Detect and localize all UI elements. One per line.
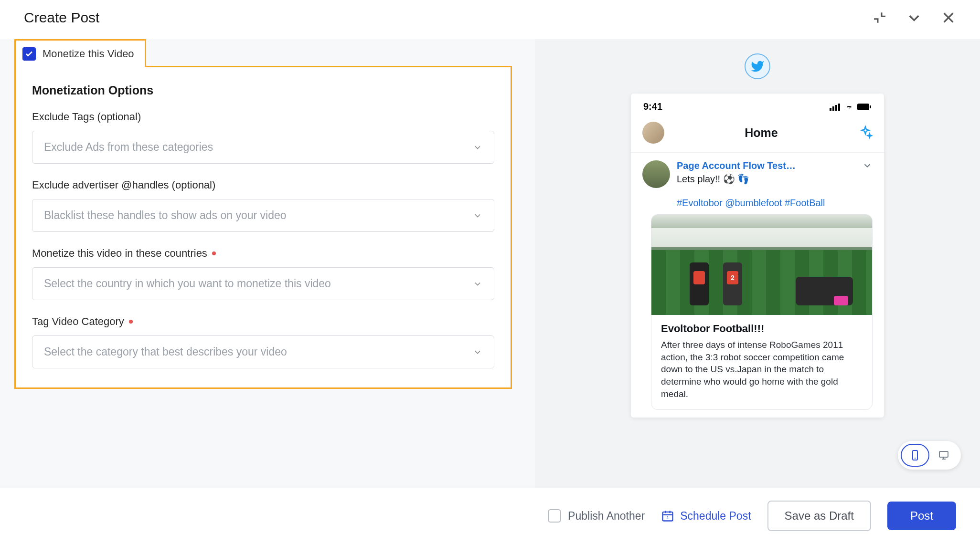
device-toggle: [898, 441, 961, 470]
feed-title: Home: [745, 126, 778, 140]
profile-avatar[interactable]: [642, 122, 664, 144]
svg-rect-5: [870, 105, 871, 108]
twitter-network-badge[interactable]: [745, 53, 770, 79]
select-placeholder: Blacklist these handles to show ads on y…: [44, 209, 287, 222]
desktop-view-toggle[interactable]: [929, 444, 958, 467]
card-title: Monetization Options: [32, 84, 494, 97]
publish-another-option: Publish Another: [548, 509, 645, 523]
svg-rect-2: [835, 105, 837, 111]
header-actions: [872, 10, 956, 25]
dialog-footer: Publish Another 1 Schedule Post Save as …: [0, 488, 980, 544]
mobile-view-toggle[interactable]: [901, 444, 929, 467]
tweet-hashtags: #Evoltobor @bumblefoot #FootBall: [677, 198, 873, 209]
field-label-text: Tag Video Category: [32, 315, 124, 328]
svg-rect-0: [830, 108, 831, 111]
required-indicator: [212, 251, 216, 255]
monetize-checkbox-label: Monetize this Video: [43, 48, 134, 60]
preview-panel: 9:41 Home Page Account Flow Test… Lets: [535, 39, 980, 488]
schedule-post-button[interactable]: 1 Schedule Post: [661, 509, 751, 523]
tweet-preview: Page Account Flow Test… Lets play!! ⚽ 👣 …: [631, 153, 884, 418]
monetize-checkbox-row: Monetize this Video: [14, 39, 146, 67]
select-placeholder: Select the category that best describes …: [44, 345, 287, 358]
exclude-tags-select[interactable]: Exclude Ads from these categories: [32, 131, 494, 164]
field-label: Tag Video Category: [32, 315, 494, 328]
svg-text:1: 1: [667, 515, 669, 520]
close-icon[interactable]: [941, 10, 956, 25]
svg-rect-1: [832, 106, 834, 111]
exclude-handles-field: Exclude advertiser @handles (optional) B…: [32, 179, 494, 232]
svg-rect-4: [857, 104, 869, 110]
status-icons: [830, 103, 872, 111]
dialog-title: Create Post: [24, 10, 99, 26]
video-description: After three days of intense RoboGames 20…: [661, 339, 863, 400]
schedule-label: Schedule Post: [680, 510, 751, 523]
calendar-icon: 1: [661, 509, 674, 523]
publish-another-label: Publish Another: [568, 510, 645, 523]
field-label: Exclude advertiser @handles (optional): [32, 179, 494, 191]
battery-icon: [857, 103, 872, 111]
countries-field: Monetize this video in these countries S…: [32, 247, 494, 300]
monetize-checkbox[interactable]: [22, 47, 36, 61]
category-field: Tag Video Category Select the category t…: [32, 315, 494, 368]
exclude-handles-select[interactable]: Blacklist these handles to show ads on y…: [32, 199, 494, 232]
exclude-tags-field: Exclude Tags (optional) Exclude Ads from…: [32, 111, 494, 164]
monetization-options-card: Monetization Options Exclude Tags (optio…: [14, 66, 512, 389]
svg-rect-3: [838, 104, 840, 111]
category-select[interactable]: Select the category that best describes …: [32, 335, 494, 368]
mobile-icon: [909, 450, 921, 461]
chevron-down-icon: [473, 211, 482, 220]
form-panel: Monetize this Video Monetization Options…: [0, 39, 535, 488]
dialog-header: Create Post: [0, 0, 980, 39]
account-name: Page Account Flow Test…: [677, 160, 873, 171]
collapse-icon[interactable]: [872, 10, 887, 25]
sparkle-icon[interactable]: [858, 126, 873, 140]
twitter-icon: [750, 59, 765, 73]
phone-status-bar: 9:41: [631, 94, 884, 115]
chevron-down-icon: [473, 279, 482, 289]
field-label-text: Monetize this video in these countries: [32, 247, 207, 260]
chevron-down-icon: [473, 347, 482, 357]
feed-header: Home: [631, 115, 884, 153]
post-button[interactable]: Post: [887, 502, 956, 530]
chevron-down-icon: [473, 143, 482, 152]
countries-select[interactable]: Select the country in which you want to …: [32, 267, 494, 300]
field-label: Exclude Tags (optional): [32, 111, 494, 123]
video-title: Evoltobor Football!!!: [661, 323, 863, 335]
minimize-icon[interactable]: [906, 10, 922, 25]
field-label: Monetize this video in these countries: [32, 247, 494, 260]
mobile-preview: 9:41 Home Page Account Flow Test… Lets: [631, 94, 884, 418]
signal-icon: [830, 103, 841, 111]
video-thumbnail[interactable]: 2: [651, 215, 872, 315]
select-placeholder: Select the country in which you want to …: [44, 277, 331, 290]
select-placeholder: Exclude Ads from these categories: [44, 141, 213, 154]
wifi-icon: [844, 103, 854, 111]
required-indicator: [129, 320, 133, 324]
tweet-text: Lets play!! ⚽ 👣: [677, 173, 873, 185]
svg-rect-8: [939, 451, 948, 457]
desktop-icon: [938, 450, 949, 461]
tweet-avatar: [642, 160, 670, 188]
video-card: 2 Evoltobor Football!!! After three days…: [651, 214, 873, 410]
chevron-down-icon[interactable]: [862, 160, 873, 171]
status-time: 9:41: [643, 101, 662, 112]
publish-another-checkbox[interactable]: [548, 509, 561, 523]
save-draft-button[interactable]: Save as Draft: [767, 501, 871, 531]
